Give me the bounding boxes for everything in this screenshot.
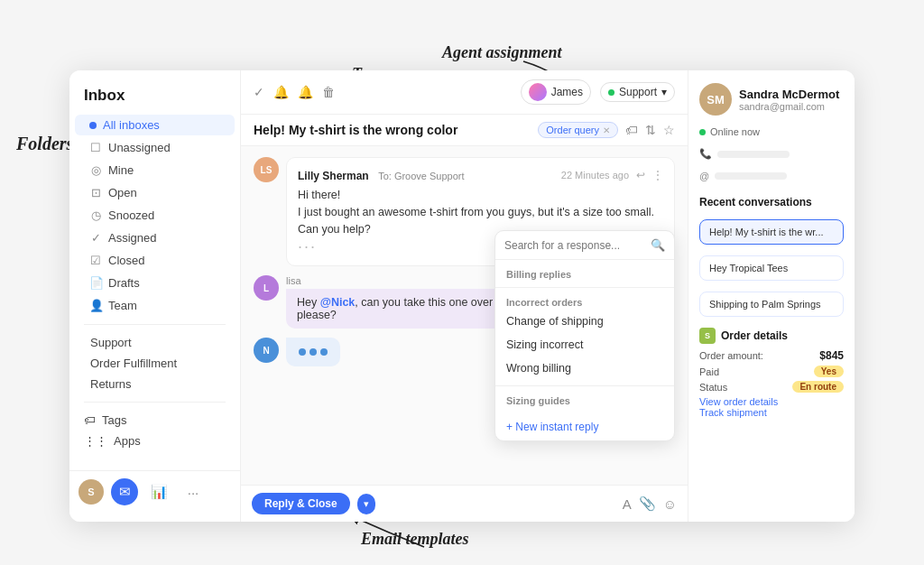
dropdown-item-change-shipping[interactable]: Change of shipping [495,310,674,333]
phone-bar [717,151,790,158]
sidebar-item-unassigned[interactable]: ☐ Unassigned [75,137,235,158]
emoji-icon[interactable]: ☺ [663,496,677,512]
dropdown-search-row: 🔍 [495,231,674,260]
status-text: Online now [710,126,760,137]
order-title-row: S Order details [699,328,844,344]
sidebar-item-team[interactable]: 👤 Team [75,295,235,316]
dropdown-item-sizing-incorrect[interactable]: Sizing incorrect [495,333,674,357]
agent-badge[interactable]: James [521,79,591,105]
status-online-dot [699,129,706,135]
sidebar-bottom: S ✉ 📊 ··· [69,470,240,513]
toolbar-check-icon[interactable]: ✓ [254,85,264,99]
contact-row: SM Sandra McDermot sandra@gmail.com [699,83,844,116]
sidebar-item-drafts[interactable]: 📄 Drafts [75,273,235,293]
agent-avatar [529,83,547,101]
conversation-header: Help! My t-shirt is the wrong color Orde… [241,115,688,146]
toolbar-trash-icon[interactable]: 🗑 [322,85,335,99]
sidebar-apps[interactable]: ⋮⋮ Apps [69,431,240,451]
user-avatar[interactable]: S [79,479,104,505]
support-green-dot [608,89,614,96]
tag-label: Order query [546,125,599,135]
sidebar-label-support[interactable]: Support [69,332,240,353]
sidebar-divider-1 [84,324,226,325]
all-inboxes-dot [89,122,97,129]
more-icon-btn[interactable]: ··· [180,478,207,505]
format-text-icon[interactable]: A [623,496,632,512]
typing-dot-2 [310,348,317,356]
contact-email: sandra@gmail.com [739,101,839,112]
sidebar-item-open[interactable]: ⊡ Open [75,182,235,203]
reply-close-button[interactable]: Reply & Close [252,493,350,514]
typing-dots [299,345,328,359]
order-status-badge: En route [792,381,844,393]
dropdown-section-sizing: Sizing guides [495,386,674,413]
contact-status: Online now [699,126,844,137]
order-amount-label: Order amount: [699,350,763,361]
contact-name: Sandra McDermot [739,88,839,101]
sidebar-item-assigned[interactable]: ✓ Assigned [75,227,235,248]
dropdown-search-input[interactable] [504,239,645,252]
response-dropdown: 🔍 Billing replies Incorrect orders Chang… [494,230,675,441]
chart-icon-btn[interactable]: 📊 [145,478,172,505]
sidebar-item-mine[interactable]: ◎ Mine [75,160,235,181]
dropdown-item-wrong-billing[interactable]: Wrong billing [495,357,674,380]
sidebar-label-all-inboxes: All inboxes [103,118,160,132]
sidebar-label-order-fulfillment[interactable]: Order Fulfillment [69,353,240,374]
drafts-icon: 📄 [89,276,102,290]
dropdown-section-sizing-label: Sizing guides [495,392,674,408]
sidebar-label-open: Open [108,186,137,199]
sidebar-item-snoozed[interactable]: ◷ Snoozed [75,205,235,226]
attachment-icon[interactable]: 📎 [639,496,656,512]
support-badge[interactable]: Support ▾ [600,82,675,102]
message-3-avatar: N [254,338,279,363]
contact-avatar: SM [699,83,732,116]
sidebar-tags[interactable]: 🏷 Tags [69,410,240,431]
reply-chevron-button[interactable]: ▾ [357,494,375,514]
star-icon[interactable]: ☆ [663,123,675,137]
order-paid-badge: Yes [814,366,844,377]
order-details-section: S Order details Order amount: $845 Paid … [699,328,844,418]
contact-info: Sandra McDermot sandra@gmail.com [739,88,839,112]
message-1-sender: Lilly Sherman [298,170,369,182]
order-amount-row: Order amount: $845 [699,349,844,362]
track-shipment-link[interactable]: Track shipment [699,407,844,418]
reply-bar: Reply & Close ▾ A 📎 ☺ [241,485,688,522]
order-status-row: Status En route [699,381,844,393]
message-1-reply-icon[interactable]: ↩ [636,169,645,181]
contact-phone-row: 📞 [699,148,844,160]
message-2-body: Hey @Nick, can you take this one over pl… [286,289,518,329]
toolbar-bell-icon[interactable]: 🔔 [298,85,313,99]
tag-remove-icon[interactable]: ✕ [603,125,610,135]
email-bar [715,172,787,180]
mention-nick: @Nick [320,296,356,309]
tag-badge[interactable]: Order query ✕ [538,122,618,138]
sidebar-item-closed[interactable]: ☑ Closed [75,250,235,271]
search-icon: 🔍 [651,238,665,252]
mail-icon-btn[interactable]: ✉ [111,478,138,505]
typing-dot-1 [299,348,306,356]
view-order-link[interactable]: View order details [699,396,844,407]
snoozed-icon: ◷ [89,208,102,222]
sidebar-item-all-inboxes[interactable]: All inboxes [75,115,235,135]
assigned-icon: ✓ [89,231,102,245]
sort-icon[interactable]: ⇅ [645,123,656,137]
team-icon: 👤 [89,299,102,312]
sidebar-label-unassigned: Unassigned [108,141,171,154]
message-1-more-icon[interactable]: ⋮ [652,169,663,181]
typing-indicator [286,338,340,366]
support-chevron: ▾ [661,86,667,98]
order-paid-row: Paid Yes [699,366,844,377]
recent-conv-1[interactable]: Help! My t-shirt is the wr... [699,219,844,245]
message-2-avatar: L [254,275,279,301]
apps-icon: ⋮⋮ [84,434,107,448]
recent-conv-2[interactable]: Hey Tropical Tees [699,255,844,281]
tag-icon[interactable]: 🏷 [625,123,638,137]
right-panel: SM Sandra McDermot sandra@gmail.com Onli… [688,70,855,522]
dropdown-section-billing-label: Billing replies [495,265,674,282]
recent-conv-3[interactable]: Shipping to Palm Springs [699,292,844,317]
toolbar-alarm-icon[interactable]: 🔔 [273,85,289,99]
sidebar-label-returns[interactable]: Returns [69,374,240,394]
dropdown-section-billing: Billing replies [495,260,674,288]
toolbar: ✓ 🔔 🔔 🗑 James Support ▾ [241,70,688,115]
dropdown-new-instant-reply[interactable]: + New instant reply [495,413,674,440]
